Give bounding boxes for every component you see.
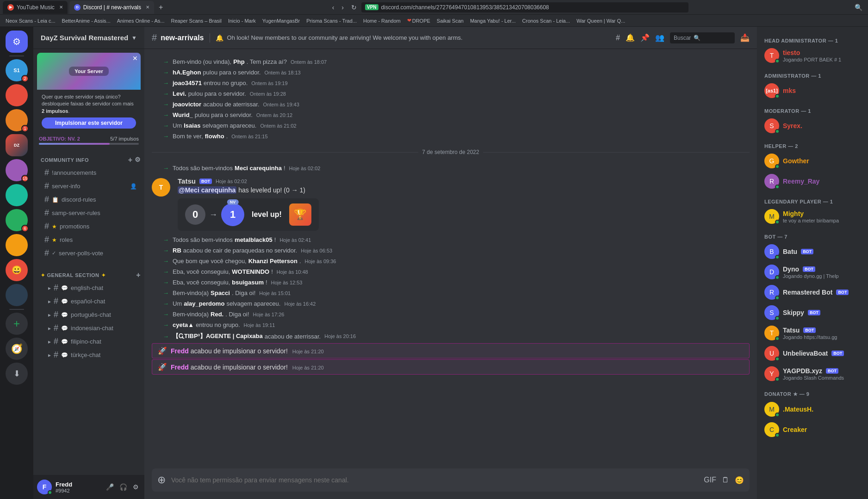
bookmark-5[interactable]: Inicio - Mark: [226, 17, 258, 25]
sticker-icon[interactable]: 🗒: [722, 476, 729, 485]
add-channel-icon[interactable]: +: [128, 156, 133, 164]
channel-polls-vote[interactable]: # ✓ server-polls-vote: [37, 246, 141, 260]
boost-message-2: 🚀 Fredd acabou de impulsionar o servidor…: [152, 359, 750, 375]
deafen-button[interactable]: 🎧: [118, 481, 129, 493]
server-icon-1[interactable]: S1 2: [6, 59, 28, 81]
server-icon-2[interactable]: [6, 84, 28, 106]
mute-button[interactable]: 🎤: [104, 481, 116, 493]
gif-icon[interactable]: GIF: [704, 476, 716, 485]
bookmark-7[interactable]: Prisma Scans - Trad...: [304, 17, 359, 25]
tab-discord[interactable]: D Discord | # new-arrivals ✕: [69, 1, 154, 14]
tab-youtube-close[interactable]: ✕: [59, 5, 63, 10]
browser-search-icon[interactable]: 🔍: [852, 4, 865, 11]
channel-turkce-chat[interactable]: ▸ # 💬 türkçe-chat: [37, 348, 141, 362]
server-add-button[interactable]: +: [6, 313, 28, 335]
boost-button[interactable]: Impulsionar este servidor: [42, 117, 136, 129]
bookmark-8[interactable]: Home - Random: [361, 17, 403, 25]
bookmark-1[interactable]: Neox Scans - Leia c...: [4, 17, 57, 25]
search-label: Buscar: [674, 35, 691, 41]
server-download-button[interactable]: ⬇: [6, 363, 28, 385]
member-remastered-bot[interactable]: R Remastered Bot BOT: [761, 282, 864, 302]
channel-announcements[interactable]: # !announcements: [37, 166, 141, 179]
member-mks[interactable]: [as1] mks: [761, 80, 864, 101]
inbox-icon[interactable]: 📥: [740, 33, 750, 42]
member-dyno[interactable]: D Dyno BOT Jogando dyno.gg | Thelp: [761, 262, 864, 282]
search-box[interactable]: Buscar 🔍: [670, 32, 735, 43]
channel-filipino-chat[interactable]: ▸ # 💬 filipino-chat: [37, 335, 141, 348]
channel-promotions[interactable]: # ★ promotions: [37, 220, 141, 233]
server-icon-3[interactable]: 1: [6, 109, 28, 131]
nav-refresh[interactable]: ↻: [348, 3, 360, 12]
channel-english-chat[interactable]: ▸ # 💬 english-chat: [37, 281, 141, 295]
new-tab-button[interactable]: +: [156, 3, 166, 12]
channel-server-info[interactable]: # server-info 👤: [37, 179, 141, 193]
server-icon-discord[interactable]: ⚙: [6, 31, 28, 53]
server-icon-7[interactable]: [6, 234, 28, 256]
channel-category-community[interactable]: COMMUNITY INFO + ⚙: [33, 148, 144, 166]
bookmark-6[interactable]: YugenMangasBr: [260, 17, 302, 25]
channel-portugues-chat[interactable]: ▸ # 💬 português-chat: [37, 308, 141, 321]
members-sidebar: HEAD ADMINISTRATOR — 1 T tiesto Jogando …: [757, 27, 868, 499]
notification-icon[interactable]: 🔔: [626, 33, 635, 42]
member-batu[interactable]: B Batu BOT: [761, 241, 864, 262]
member-tiesto[interactable]: T tiesto Jogando PORT BAEK # 1: [761, 45, 864, 66]
channel-espanol-chat[interactable]: ▸ # 💬 español-chat: [37, 295, 141, 308]
join-message-php: → Bem-vindo (ou vinda), Php. Tem pizza a…: [144, 56, 757, 67]
member-unbelievaboat[interactable]: U UnbelievaBoat BOT: [761, 343, 864, 363]
nav-forward[interactable]: ›: [339, 3, 347, 12]
boost-icon-1: 🚀: [158, 346, 167, 355]
chat-input[interactable]: [171, 471, 698, 489]
bookmark-3[interactable]: Animes Online - As...: [115, 17, 167, 25]
join-message-red: → Bem-vindo(a) Red.. Diga oi! Hoje às 17…: [144, 309, 757, 320]
settings-button[interactable]: ⚙: [131, 481, 141, 493]
dyno-bot-badge: BOT: [803, 266, 815, 272]
server-icon-6[interactable]: 6: [6, 209, 28, 231]
server-explore-button[interactable]: 🧭: [6, 338, 28, 360]
add-general-icon[interactable]: +: [136, 271, 141, 279]
tab-discord-close[interactable]: ✕: [146, 5, 149, 10]
bookmark-10[interactable]: Manga Yabu! - Ler...: [468, 17, 518, 25]
bookmark-drope[interactable]: ❤ DROPE: [405, 17, 432, 25]
member-tatsu[interactable]: T Tatsu BOT Jogando https://tatsu.gg: [761, 323, 864, 343]
batu-name: Batu: [783, 248, 797, 255]
bookmark-4[interactable]: Reaper Scans – Brasil: [169, 17, 223, 25]
member-syrex[interactable]: S Syrex.: [761, 116, 864, 136]
url-bar[interactable]: VPN discord.com/channels/272764947010813…: [361, 2, 688, 12]
unbelievaboat-avatar: U: [764, 346, 779, 361]
join-message-levi: → Levi. pulou para o servidor. Ontem às …: [144, 88, 757, 99]
server-icon-9[interactable]: [6, 284, 28, 306]
emoji-icon[interactable]: 😊: [735, 476, 744, 485]
member-mighty[interactable]: M Mighty te voy a meter biribampa: [761, 206, 864, 227]
channel-samp-rules[interactable]: # samp-server-rules: [37, 206, 141, 220]
levelup-avatar-img: 🏆: [289, 203, 311, 226]
server-icon-4[interactable]: 15: [6, 159, 28, 181]
member-gowther[interactable]: G Gowther: [761, 151, 864, 171]
channel-discord-rules[interactable]: # 📋 discord-rules: [37, 193, 141, 206]
member-skippy[interactable]: S Skippy BOT: [761, 302, 864, 323]
bookmark-2[interactable]: BetterAnime - Assis...: [60, 17, 112, 25]
server-icon-5[interactable]: [6, 184, 28, 206]
member-yagpdb[interactable]: Y YAGPDB.xyz BOT Jogando Slash Commands: [761, 363, 864, 384]
channel-category-general[interactable]: ✦ GENERAL SECTION ✦ +: [33, 264, 144, 281]
chat-header: # new-arrivals 🔔 Oh look! New members to…: [144, 27, 757, 49]
channel-indonesian-chat[interactable]: ▸ # 💬 indonesian-chat: [37, 321, 141, 335]
server-icon-dayz[interactable]: DZ: [6, 134, 28, 156]
member-mateush[interactable]: M .MateusH.: [761, 399, 864, 419]
member-creaker[interactable]: C Creaker: [761, 419, 864, 440]
nav-back[interactable]: ‹: [329, 3, 337, 12]
tab-youtube[interactable]: ▶ YouTube Music ✕: [3, 1, 68, 14]
settings-icon[interactable]: ⚙: [135, 156, 141, 164]
members-icon[interactable]: 👥: [655, 33, 664, 42]
tatsu-username[interactable]: Tatsu: [178, 177, 196, 185]
channel-roles[interactable]: # ★ roles: [37, 233, 141, 246]
bookmark-9[interactable]: Saikai Scan: [435, 17, 465, 25]
server-header[interactable]: DayZ Survival Remastered ▼: [33, 27, 144, 49]
bookmark-12[interactable]: War Queen | War Q...: [575, 17, 627, 25]
member-reemy[interactable]: R Reemy_Ray: [761, 171, 864, 191]
server-icon-8[interactable]: 😀: [6, 259, 28, 281]
add-attachment-icon[interactable]: ⊕: [157, 468, 166, 492]
pin-icon[interactable]: 📌: [640, 33, 650, 42]
bookmark-11[interactable]: Cronos Scan - Leia...: [521, 17, 572, 25]
boost-banner-close[interactable]: ✕: [132, 55, 138, 62]
hash-header-icon[interactable]: #: [616, 34, 620, 42]
